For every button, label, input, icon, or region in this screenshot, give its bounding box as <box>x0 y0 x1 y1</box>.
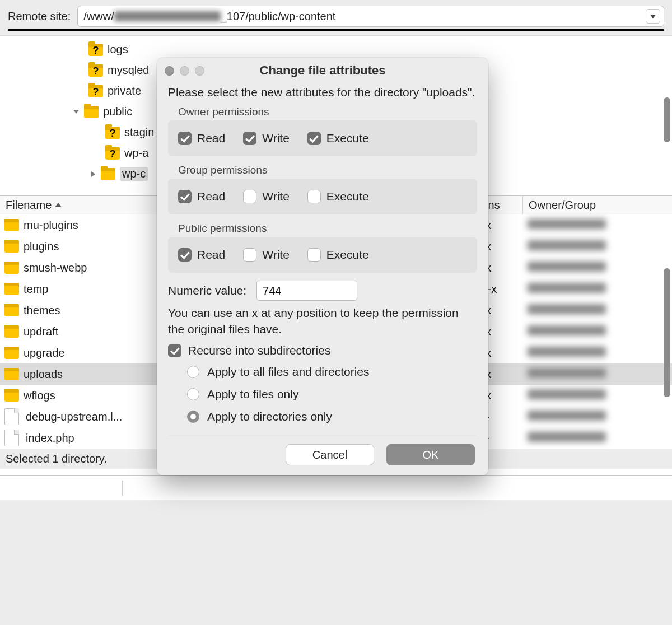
change-attributes-dialog: Change file attributes Please select the… <box>157 58 488 475</box>
window-controls <box>165 66 204 76</box>
checkbox-label: Write <box>262 132 290 145</box>
public-execute-checkbox[interactable]: Execute <box>307 248 369 262</box>
dialog-intro: Please select the new attributes for the… <box>168 85 477 100</box>
tree-item-label: mysqled <box>108 64 149 77</box>
chevron-right-icon[interactable] <box>88 170 97 179</box>
tree-scrollbar[interactable] <box>664 97 670 142</box>
redacted-owner <box>528 432 606 442</box>
col-owner-group-label: Owner/Group <box>529 199 596 212</box>
folder-icon <box>4 262 19 274</box>
redacted-owner <box>528 347 606 357</box>
cancel-button-label: Cancel <box>312 449 347 461</box>
close-window-icon[interactable] <box>165 66 174 76</box>
status-text: Selected 1 directory. <box>6 453 107 465</box>
file-name: themes <box>24 304 60 317</box>
owner-read-checkbox[interactable]: Read <box>178 132 225 145</box>
redacted-owner <box>528 240 606 250</box>
file-name: upgrade <box>24 347 64 360</box>
folder-icon <box>4 304 19 316</box>
perm-group-box: ReadWriteExecute <box>168 120 477 156</box>
file-owner-group <box>523 240 613 253</box>
unknown-folder-icon <box>88 44 103 56</box>
checkbox-label: Write <box>262 190 290 203</box>
apply-files-radio[interactable]: Apply to files only <box>187 383 477 405</box>
redacted-owner <box>528 325 606 335</box>
folder-icon <box>4 347 19 359</box>
checkbox-icon <box>243 190 256 203</box>
tree-item-label: stagin <box>124 126 154 139</box>
file-name: wflogs <box>24 389 55 402</box>
file-name: temp <box>24 283 48 296</box>
dialog-separator <box>168 435 477 435</box>
file-name: updraft <box>24 325 58 338</box>
redacted-path-segment <box>114 11 221 21</box>
folder-icon <box>4 325 19 338</box>
tree-item-label: public <box>103 105 132 118</box>
list-scrollbar[interactable] <box>664 268 670 397</box>
apply-dirs-radio[interactable]: Apply to directories only <box>187 405 477 428</box>
recurse-label: Recurse into subdirectories <box>188 344 330 357</box>
redacted-owner <box>528 262 606 272</box>
file-name: uploads <box>24 368 63 381</box>
unknown-folder-icon <box>105 147 120 160</box>
tree-item-label: wp-c <box>120 167 148 181</box>
perm-group-group: Group permissionsReadWriteExecute <box>168 164 477 214</box>
dialog-titlebar[interactable]: Change file attributes <box>157 58 488 83</box>
remote-path-input-wrap[interactable]: /www/ _107/public/wp-content <box>77 6 664 27</box>
checkbox-icon <box>178 248 192 262</box>
apply-all-radio[interactable]: Apply to all files and directories <box>187 361 477 383</box>
folder-icon <box>101 168 115 180</box>
recurse-checkbox[interactable] <box>168 344 181 357</box>
sort-ascending-icon <box>55 203 62 207</box>
tree-item-logs[interactable]: logs <box>0 39 672 60</box>
col-filename-label: Filename <box>6 199 52 212</box>
redacted-owner <box>528 368 606 378</box>
numeric-value-input[interactable] <box>256 281 357 301</box>
checkbox-icon <box>178 190 192 203</box>
perm-group-label: Public permissions <box>178 222 477 235</box>
redacted-owner <box>528 283 606 293</box>
path-dropdown-button[interactable] <box>646 9 660 24</box>
numeric-hint: You can use an x at any position to keep… <box>168 305 477 337</box>
zoom-window-icon[interactable] <box>195 66 204 76</box>
checkbox-label: Execute <box>326 132 369 145</box>
remote-site-label: Remote site: <box>8 10 71 23</box>
cancel-button[interactable]: Cancel <box>286 444 374 465</box>
file-name: debug-upstream.l... <box>26 411 122 423</box>
checkbox-label: Read <box>197 248 225 262</box>
remote-path-prefix: /www/ <box>83 10 114 23</box>
redacted-owner <box>528 219 606 229</box>
minimize-window-icon[interactable] <box>180 66 189 76</box>
checkbox-icon <box>307 132 321 145</box>
owner-execute-checkbox[interactable]: Execute <box>307 132 369 145</box>
ok-button[interactable]: OK <box>386 444 475 465</box>
perm-group-public: Public permissionsReadWriteExecute <box>168 222 477 273</box>
group-write-checkbox[interactable]: Write <box>243 190 290 203</box>
checkbox-icon <box>307 190 321 203</box>
splitter-handle[interactable] <box>122 481 123 496</box>
chevron-down-icon[interactable] <box>72 108 81 116</box>
folder-icon <box>84 106 99 118</box>
perm-group-label: Group permissions <box>178 164 477 176</box>
public-read-checkbox[interactable]: Read <box>178 248 225 262</box>
unknown-folder-icon <box>105 127 120 139</box>
file-name: smush-webp <box>24 262 87 274</box>
file-name: index.php <box>26 432 74 445</box>
owner-write-checkbox[interactable]: Write <box>243 132 290 145</box>
col-owner-group[interactable]: Owner/Group <box>523 196 613 214</box>
redacted-owner <box>528 389 606 399</box>
public-write-checkbox[interactable]: Write <box>243 248 290 262</box>
file-icon <box>4 430 19 446</box>
dialog-title: Change file attributes <box>157 63 488 78</box>
checkbox-icon <box>243 248 256 262</box>
file-owner-group <box>523 325 613 338</box>
numeric-value-label: Numeric value: <box>168 284 246 297</box>
checkbox-icon <box>307 248 321 262</box>
radio-icon <box>187 388 199 400</box>
checkbox-icon <box>178 132 192 145</box>
perm-group-box: ReadWriteExecute <box>168 179 477 214</box>
group-execute-checkbox[interactable]: Execute <box>307 190 369 203</box>
group-read-checkbox[interactable]: Read <box>178 190 225 203</box>
remote-path-suffix: _107/public/wp-content <box>221 10 336 23</box>
file-owner-group <box>523 432 613 445</box>
